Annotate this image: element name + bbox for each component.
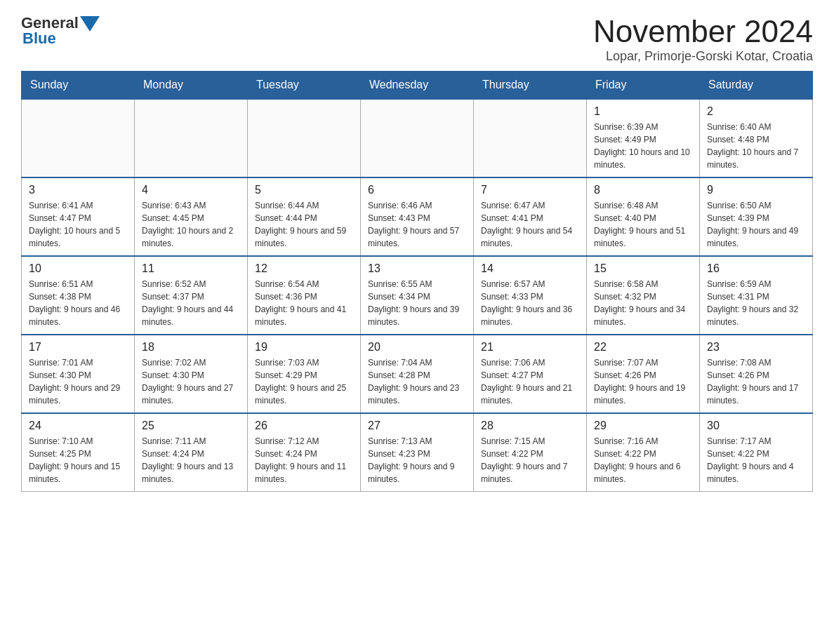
day-info: Sunrise: 7:12 AM Sunset: 4:24 PM Dayligh… xyxy=(255,435,353,485)
day-number: 9 xyxy=(707,184,805,196)
calendar-cell: 24Sunrise: 7:10 AM Sunset: 4:25 PM Dayli… xyxy=(22,413,135,492)
calendar-cell: 18Sunrise: 7:02 AM Sunset: 4:30 PM Dayli… xyxy=(135,335,248,413)
calendar-cell: 11Sunrise: 6:52 AM Sunset: 4:37 PM Dayli… xyxy=(135,256,248,335)
week-row-1: 1Sunrise: 6:39 AM Sunset: 4:49 PM Daylig… xyxy=(22,99,813,177)
day-number: 1 xyxy=(594,105,692,118)
day-number: 25 xyxy=(142,420,240,432)
calendar-cell xyxy=(22,99,135,177)
calendar-cell: 5Sunrise: 6:44 AM Sunset: 4:44 PM Daylig… xyxy=(248,177,361,256)
calendar-table: SundayMondayTuesdayWednesdayThursdayFrid… xyxy=(21,71,813,492)
day-number: 19 xyxy=(255,341,353,354)
calendar-cell: 20Sunrise: 7:04 AM Sunset: 4:28 PM Dayli… xyxy=(361,335,474,413)
day-info: Sunrise: 6:39 AM Sunset: 4:49 PM Dayligh… xyxy=(594,121,692,171)
day-info: Sunrise: 7:01 AM Sunset: 4:30 PM Dayligh… xyxy=(29,356,127,407)
day-number: 4 xyxy=(142,184,240,196)
day-info: Sunrise: 6:50 AM Sunset: 4:39 PM Dayligh… xyxy=(707,199,805,250)
calendar-cell: 4Sunrise: 6:43 AM Sunset: 4:45 PM Daylig… xyxy=(135,177,248,256)
calendar-cell: 21Sunrise: 7:06 AM Sunset: 4:27 PM Dayli… xyxy=(474,335,587,413)
day-number: 14 xyxy=(481,262,579,275)
day-info: Sunrise: 6:43 AM Sunset: 4:45 PM Dayligh… xyxy=(142,199,240,250)
col-header-wednesday: Wednesday xyxy=(361,72,474,100)
day-number: 8 xyxy=(594,184,692,196)
day-number: 29 xyxy=(594,420,692,432)
day-info: Sunrise: 6:58 AM Sunset: 4:32 PM Dayligh… xyxy=(594,278,692,328)
calendar-cell: 27Sunrise: 7:13 AM Sunset: 4:23 PM Dayli… xyxy=(361,413,474,492)
week-row-5: 24Sunrise: 7:10 AM Sunset: 4:25 PM Dayli… xyxy=(22,413,813,492)
day-number: 2 xyxy=(707,105,805,118)
calendar-cell: 10Sunrise: 6:51 AM Sunset: 4:38 PM Dayli… xyxy=(22,256,135,335)
day-info: Sunrise: 6:44 AM Sunset: 4:44 PM Dayligh… xyxy=(255,199,353,250)
day-number: 22 xyxy=(594,341,692,354)
logo-triangle-icon xyxy=(80,16,100,32)
calendar-cell: 13Sunrise: 6:55 AM Sunset: 4:34 PM Dayli… xyxy=(361,256,474,335)
calendar-cell: 9Sunrise: 6:50 AM Sunset: 4:39 PM Daylig… xyxy=(700,177,813,256)
calendar-cell: 7Sunrise: 6:47 AM Sunset: 4:41 PM Daylig… xyxy=(474,177,587,256)
day-info: Sunrise: 6:47 AM Sunset: 4:41 PM Dayligh… xyxy=(481,199,579,250)
day-number: 21 xyxy=(481,341,579,354)
day-info: Sunrise: 6:55 AM Sunset: 4:34 PM Dayligh… xyxy=(368,278,466,328)
day-info: Sunrise: 7:08 AM Sunset: 4:26 PM Dayligh… xyxy=(707,356,805,407)
day-number: 15 xyxy=(594,262,692,275)
day-number: 30 xyxy=(707,420,805,432)
calendar-cell: 3Sunrise: 6:41 AM Sunset: 4:47 PM Daylig… xyxy=(22,177,135,256)
day-number: 10 xyxy=(29,262,127,275)
calendar-cell: 2Sunrise: 6:40 AM Sunset: 4:48 PM Daylig… xyxy=(700,99,813,177)
calendar-cell: 26Sunrise: 7:12 AM Sunset: 4:24 PM Dayli… xyxy=(248,413,361,492)
day-number: 5 xyxy=(255,184,353,196)
day-info: Sunrise: 7:06 AM Sunset: 4:27 PM Dayligh… xyxy=(481,356,579,407)
day-number: 20 xyxy=(368,341,466,354)
day-info: Sunrise: 6:57 AM Sunset: 4:33 PM Dayligh… xyxy=(481,278,579,328)
calendar-cell: 22Sunrise: 7:07 AM Sunset: 4:26 PM Dayli… xyxy=(587,335,700,413)
calendar-cell xyxy=(474,99,587,177)
col-header-thursday: Thursday xyxy=(474,72,587,100)
calendar-cell: 6Sunrise: 6:46 AM Sunset: 4:43 PM Daylig… xyxy=(361,177,474,256)
day-number: 3 xyxy=(29,184,127,196)
calendar-cell: 23Sunrise: 7:08 AM Sunset: 4:26 PM Dayli… xyxy=(700,335,813,413)
month-year-title: November 2024 xyxy=(593,14,813,49)
col-header-tuesday: Tuesday xyxy=(248,72,361,100)
day-info: Sunrise: 7:10 AM Sunset: 4:25 PM Dayligh… xyxy=(29,435,127,485)
title-block: November 2024 Lopar, Primorje-Gorski Kot… xyxy=(593,14,813,64)
page-header: General Blue November 2024 Lopar, Primor… xyxy=(21,14,813,64)
calendar-cell xyxy=(248,99,361,177)
day-info: Sunrise: 6:59 AM Sunset: 4:31 PM Dayligh… xyxy=(707,278,805,328)
calendar-cell: 25Sunrise: 7:11 AM Sunset: 4:24 PM Dayli… xyxy=(135,413,248,492)
calendar-cell: 15Sunrise: 6:58 AM Sunset: 4:32 PM Dayli… xyxy=(587,256,700,335)
calendar-cell xyxy=(135,99,248,177)
day-info: Sunrise: 7:17 AM Sunset: 4:22 PM Dayligh… xyxy=(707,435,805,485)
day-info: Sunrise: 7:02 AM Sunset: 4:30 PM Dayligh… xyxy=(142,356,240,407)
day-number: 24 xyxy=(29,420,127,432)
svg-marker-0 xyxy=(80,16,100,32)
calendar-cell: 8Sunrise: 6:48 AM Sunset: 4:40 PM Daylig… xyxy=(587,177,700,256)
day-number: 23 xyxy=(707,341,805,354)
calendar-cell: 28Sunrise: 7:15 AM Sunset: 4:22 PM Dayli… xyxy=(474,413,587,492)
col-header-monday: Monday xyxy=(135,72,248,100)
day-info: Sunrise: 7:07 AM Sunset: 4:26 PM Dayligh… xyxy=(594,356,692,407)
day-info: Sunrise: 6:46 AM Sunset: 4:43 PM Dayligh… xyxy=(368,199,466,250)
day-info: Sunrise: 6:52 AM Sunset: 4:37 PM Dayligh… xyxy=(142,278,240,328)
logo-blue: Blue xyxy=(21,29,56,48)
calendar-header-row: SundayMondayTuesdayWednesdayThursdayFrid… xyxy=(22,72,813,100)
col-header-friday: Friday xyxy=(587,72,700,100)
week-row-2: 3Sunrise: 6:41 AM Sunset: 4:47 PM Daylig… xyxy=(22,177,813,256)
week-row-4: 17Sunrise: 7:01 AM Sunset: 4:30 PM Dayli… xyxy=(22,335,813,413)
day-info: Sunrise: 7:04 AM Sunset: 4:28 PM Dayligh… xyxy=(368,356,466,407)
day-number: 28 xyxy=(481,420,579,432)
col-header-saturday: Saturday xyxy=(700,72,813,100)
calendar-cell: 1Sunrise: 6:39 AM Sunset: 4:49 PM Daylig… xyxy=(587,99,700,177)
logo: General Blue xyxy=(21,14,100,48)
day-info: Sunrise: 6:48 AM Sunset: 4:40 PM Dayligh… xyxy=(594,199,692,250)
calendar-cell: 12Sunrise: 6:54 AM Sunset: 4:36 PM Dayli… xyxy=(248,256,361,335)
day-info: Sunrise: 6:40 AM Sunset: 4:48 PM Dayligh… xyxy=(707,121,805,171)
day-number: 12 xyxy=(255,262,353,275)
day-info: Sunrise: 6:54 AM Sunset: 4:36 PM Dayligh… xyxy=(255,278,353,328)
day-number: 13 xyxy=(368,262,466,275)
day-number: 7 xyxy=(481,184,579,196)
day-number: 16 xyxy=(707,262,805,275)
day-info: Sunrise: 7:16 AM Sunset: 4:22 PM Dayligh… xyxy=(594,435,692,485)
day-info: Sunrise: 7:13 AM Sunset: 4:23 PM Dayligh… xyxy=(368,435,466,485)
day-info: Sunrise: 6:41 AM Sunset: 4:47 PM Dayligh… xyxy=(29,199,127,250)
day-info: Sunrise: 7:11 AM Sunset: 4:24 PM Dayligh… xyxy=(142,435,240,485)
col-header-sunday: Sunday xyxy=(22,72,135,100)
day-number: 6 xyxy=(368,184,466,196)
